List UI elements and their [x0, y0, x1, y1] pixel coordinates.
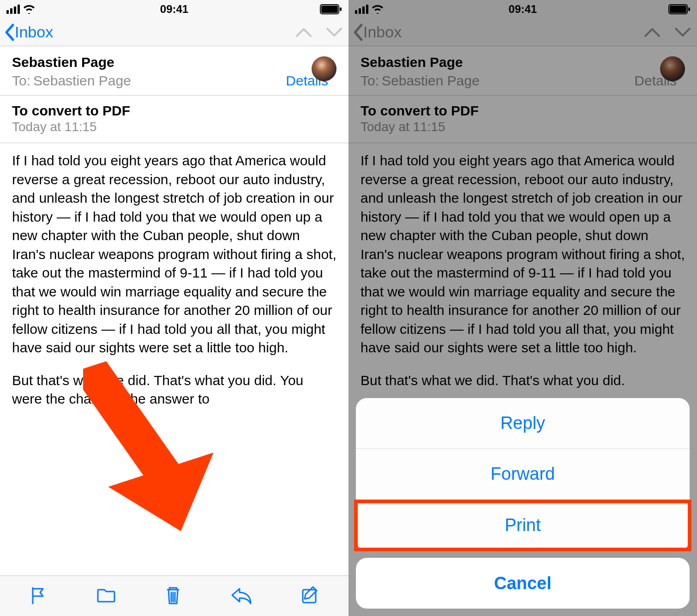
body-paragraph: If I had told you eight years ago that A… [361, 151, 685, 357]
message-body[interactable]: If I had told you eight years ago that A… [0, 143, 348, 575]
flag-button[interactable] [28, 585, 48, 607]
sheet-forward-button[interactable]: Forward [356, 449, 690, 500]
chevron-left-icon [352, 23, 364, 42]
back-label: Inbox [15, 23, 53, 41]
to-label: To: [12, 73, 30, 89]
from-name[interactable]: Sebastien Page [361, 54, 685, 70]
compose-icon [300, 585, 320, 605]
nav-bar: Inbox [0, 18, 348, 46]
status-time: 09:41 [348, 3, 697, 16]
back-label: Inbox [363, 23, 402, 41]
status-time: 09:41 [0, 3, 348, 16]
reply-button[interactable] [229, 585, 253, 607]
body-paragraph: But that's what we did. That's what you … [361, 371, 685, 390]
avatar[interactable] [660, 56, 685, 81]
status-bar: 09:41 [0, 0, 348, 18]
mail-message-screen: 09:41 Inbox Sebastien Page To: Sebastien… [0, 0, 348, 616]
compose-button[interactable] [300, 585, 320, 607]
delete-button[interactable] [164, 584, 182, 608]
subject-block: To convert to PDF Today at 11:15 [348, 96, 697, 143]
sheet-print-button[interactable]: Print [356, 500, 690, 550]
subject-text: To convert to PDF [361, 103, 685, 119]
nav-bar: Inbox [348, 18, 697, 46]
prev-message-icon[interactable] [643, 27, 661, 38]
chevron-left-icon [4, 23, 16, 42]
to-label: To: [361, 73, 379, 89]
next-message-icon[interactable] [325, 27, 343, 38]
action-sheet: Reply Forward Print Cancel [356, 398, 690, 609]
subject-text: To convert to PDF [12, 103, 336, 119]
avatar[interactable] [312, 56, 336, 81]
bottom-toolbar [0, 575, 348, 616]
timestamp: Today at 11:15 [12, 120, 336, 134]
message-header: Sebastien Page To: Sebastien Page Detail… [348, 46, 697, 96]
back-button[interactable]: Inbox [352, 23, 402, 42]
back-button[interactable]: Inbox [4, 23, 53, 42]
sheet-reply-button[interactable]: Reply [356, 398, 690, 449]
message-header: Sebastien Page To: Sebastien Page Detail… [0, 46, 348, 96]
reply-icon [229, 585, 253, 605]
next-message-icon[interactable] [674, 27, 691, 38]
flag-icon [28, 585, 48, 605]
status-bar: 09:41 [348, 0, 697, 18]
sheet-cancel-button[interactable]: Cancel [356, 558, 690, 609]
mail-message-screen-actionsheet: 09:41 Inbox Sebastien Page To: Sebastien… [348, 0, 697, 616]
trash-icon [164, 584, 182, 606]
from-name[interactable]: Sebastien Page [12, 54, 336, 70]
prev-message-icon[interactable] [295, 27, 312, 38]
to-name[interactable]: Sebastien Page [33, 73, 131, 89]
body-paragraph: If I had told you eight years ago that A… [12, 151, 336, 357]
body-paragraph: But that's what we did. That's what you … [12, 371, 336, 409]
move-button[interactable] [95, 585, 117, 607]
folder-icon [95, 585, 117, 605]
to-name[interactable]: Sebastien Page [382, 73, 480, 89]
timestamp: Today at 11:15 [361, 120, 685, 134]
subject-block: To convert to PDF Today at 11:15 [0, 96, 348, 143]
